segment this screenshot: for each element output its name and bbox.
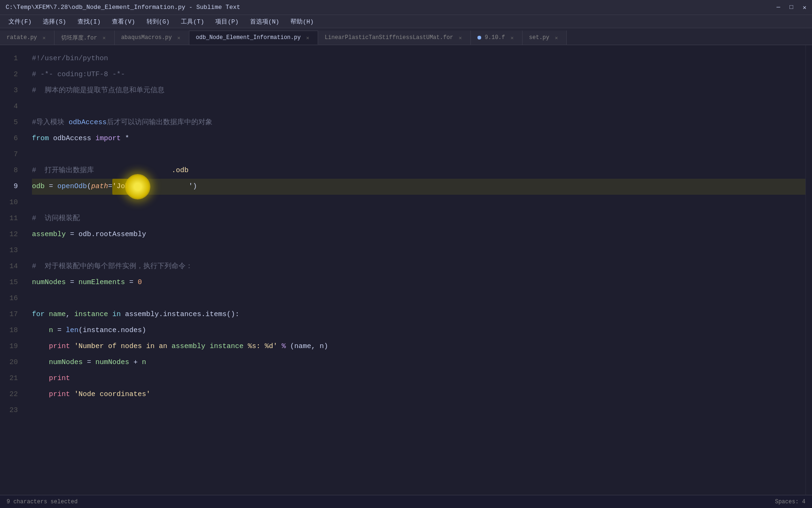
var-n: n [49,323,53,339]
ln-18: 18 [0,323,18,339]
ln-13: 13 [0,243,18,259]
var-assembly: assembly [32,227,66,243]
tab-set-label: set.py [529,34,549,41]
ln-21: 21 [0,371,18,387]
op-percent: % [281,339,286,355]
tab-linear-close[interactable]: ✕ [457,34,464,41]
menu-goto[interactable]: 转到(G) [142,16,174,27]
kw-print2: print [49,371,70,387]
tab-macros-label: abaqusMacros.py [121,34,172,41]
tab-macros[interactable]: abaqusMacros.py ✕ [115,31,189,45]
menu-project[interactable]: 项目(P) [211,16,243,27]
ln-23: 23 [0,403,18,419]
tab-odb-close[interactable]: ✕ [304,34,311,41]
shebang: #!/user/bin/python [32,51,108,67]
maximize-btn[interactable]: □ [789,4,793,11]
comment-8: # 打开输出数据库 [32,163,94,179]
tab-qiepei-close[interactable]: ✕ [101,34,108,41]
minimize-btn[interactable]: ─ [777,4,781,11]
ln-8: 8 [0,163,18,179]
ln-9: 9 [0,179,18,195]
tab-qiepei[interactable]: 切坯厚度.for ✕ [55,31,115,45]
code-line-13 [32,243,805,259]
tab-ratate[interactable]: ratate.py ✕ [0,31,55,45]
kw-import: import [95,131,121,147]
func-openodb: openOdb [57,179,87,195]
code-line-1: #!/user/bin/python [32,51,805,67]
var-odb: odb [32,179,45,195]
code-line-16 [32,291,805,307]
ln-1: 1 [0,51,18,67]
tab-ratate-close[interactable]: ✕ [41,34,47,41]
tab-odb-label: odb_Node_Element_Information.py [196,34,301,41]
tab-odb[interactable]: odb_Node_Element_Information.py ✕ [189,31,318,45]
ln-16: 16 [0,291,18,307]
close-btn[interactable]: ✕ [803,4,806,11]
tab-910-label: 9.10.f [485,34,505,41]
string-1: 'Number of nodes in an [74,339,172,355]
ln-15: 15 [0,275,18,291]
title-bar: C:\Temp\XFEM\7.28\odb_Node_Element_Infor… [0,0,812,15]
code-line-15: numNodes = numElements = 0 [32,275,805,291]
tab-set-close[interactable]: ✕ [553,34,560,41]
editor: 1 2 3 4 5 6 7 8 9 10 11 12 13 14 15 16 1… [0,45,812,495]
code-line-22: print 'Node coordinates' [32,387,805,403]
scrollbar[interactable] [805,45,812,495]
ln-17: 17 [0,307,18,323]
menu-select[interactable]: 选择(S) [38,16,70,27]
comment-3: # 脚本的功能是提取节点信息和单元信息 [32,83,164,99]
menu-prefs[interactable]: 首选项(N) [245,16,284,27]
code-line-4 [32,99,805,115]
menu-help[interactable]: 帮助(H) [286,16,318,27]
code-line-23 [32,403,805,419]
comment-5: #导入模块 [32,115,69,131]
func-len: len [66,323,78,339]
param-path: path [91,179,108,195]
ln-3: 3 [0,83,18,99]
code-line-6: from odbAccess import * [32,131,805,147]
menu-file[interactable]: 文件(F) [4,16,36,27]
var-instance: instance [74,307,108,323]
line-numbers: 1 2 3 4 5 6 7 8 9 10 11 12 13 14 15 16 1… [0,45,24,495]
tab-macros-close[interactable]: ✕ [176,34,182,41]
title-text: C:\Temp\XFEM\7.28\odb_Node_Element_Infor… [6,4,240,11]
ln-7: 7 [0,147,18,163]
tab-linear[interactable]: LinearPlasticTanStiffniessLastUMat.for ✕ [318,31,471,45]
ln-11: 11 [0,211,18,227]
code-line-9: odb = openOdb ( path = 'Job-e .odb ') [32,179,805,195]
code-line-14: # 对于根装配中的每个部件实例，执行下列命令： [32,259,805,275]
ln-2: 2 [0,67,18,83]
code-line-21: print [32,371,805,387]
code-line-2: # -*- coding:UTF-8 -*- [32,67,805,83]
ln-20: 20 [0,355,18,371]
ln-10: 10 [0,195,18,211]
var-numnodes: numNodes [32,275,66,291]
tab-ratate-label: ratate.py [7,34,37,41]
var-numnodes2: numNodes [49,355,83,371]
ln-14: 14 [0,259,18,275]
var-numelements: numElements [78,275,125,291]
code-content[interactable]: #!/user/bin/python # -*- coding:UTF-8 -*… [24,45,805,495]
tab-linear-label: LinearPlasticTanStiffniessLastUMat.for [325,34,453,41]
string-selected: 'Job-e [112,179,138,195]
menu-view[interactable]: 查看(V) [107,16,140,27]
var-name: name [49,307,66,323]
tab-910-close[interactable]: ✕ [509,34,515,41]
kw-for: for [32,307,45,323]
ln-22: 22 [0,387,18,403]
code-line-12: assembly = odb.rootAssembly [32,227,805,243]
comment-14: # 对于根装配中的每个部件实例，执行下列命令： [32,259,193,275]
ln-4: 4 [0,99,18,115]
ln-5: 5 [0,115,18,131]
menu-tools[interactable]: 工具(T) [176,16,209,27]
ln-6: 6 [0,131,18,147]
ln-12: 12 [0,227,18,243]
kw-from: from [32,131,49,147]
code-line-3: # 脚本的功能是提取节点信息和单元信息 [32,83,805,99]
string-node-coords: 'Node coordinates' [74,387,150,403]
tab-set[interactable]: set.py ✕ [523,31,567,45]
tab-bar: ratate.py ✕ 切坯厚度.for ✕ abaqusMacros.py ✕… [0,28,812,45]
menu-find[interactable]: 查找(I) [73,16,105,27]
tab-910[interactable]: 9.10.f ✕ [471,31,523,45]
code-line-5: #导入模块 odbAccess后才可以访问输出数据库中的对象 [32,115,805,131]
